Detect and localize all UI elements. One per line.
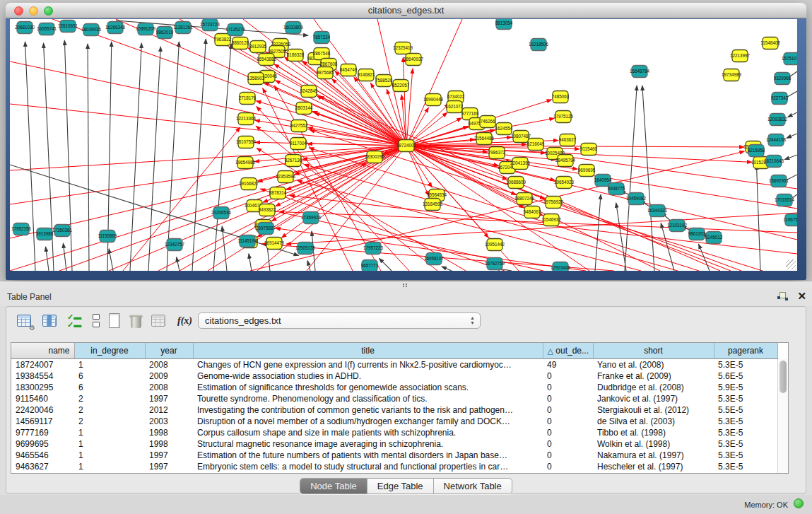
graph-edge[interactable] (130, 43, 141, 271)
graph-node[interactable]: 18107554 (236, 136, 257, 148)
graph-node[interactable]: 15751074 (782, 53, 797, 65)
graph-node[interactable]: 16990448 (423, 94, 444, 106)
graph-node[interactable]: 20206536 (211, 207, 232, 219)
show-columns-button[interactable]: ✓▬ ✓▬ (67, 313, 86, 330)
table-row[interactable]: 1872400712008Changes of HCN gene express… (11, 358, 777, 370)
tab-network-table[interactable]: Network Table (434, 479, 512, 493)
graph-node[interactable]: 2803144 (295, 103, 313, 115)
graph-node[interactable]: 8427552 (290, 120, 308, 132)
graph-node[interactable]: 6216049 (527, 139, 545, 151)
graph-edge[interactable] (756, 165, 760, 271)
graph-node[interactable]: 15723724 (200, 19, 220, 31)
split-pane-divider[interactable] (0, 281, 812, 288)
graph-node[interactable]: 17016514 (775, 194, 795, 206)
graph-node[interactable]: 11548408 (760, 37, 780, 49)
graph-node[interactable]: 10391209 (136, 23, 156, 35)
graph-node[interactable]: 20681030 (15, 22, 35, 34)
network-window-titlebar[interactable]: citations_edges.txt (6, 3, 806, 18)
graph-node[interactable]: 19654923 (554, 177, 575, 189)
table-row[interactable]: 2242004622012Investigating the contribut… (11, 404, 777, 416)
graph-node[interactable]: 16210643 (764, 156, 784, 168)
graph-node[interactable]: 18300295 (365, 151, 385, 163)
column-header-short[interactable]: short (593, 343, 714, 358)
graph-node[interactable]: 21564486 (474, 133, 495, 145)
graph-node[interactable]: 12103192 (667, 220, 688, 232)
table-select-dropdown[interactable]: citations_edges.txt ▲▼ (198, 313, 481, 329)
graph-node[interactable]: 10951442 (485, 239, 505, 251)
table-row[interactable]: 946554611997Estimation of the future num… (11, 450, 777, 461)
graph-node[interactable]: 16055741 (37, 23, 57, 35)
tab-node-table[interactable]: Node Table (300, 479, 367, 493)
graph-edge[interactable] (25, 42, 35, 271)
graph-node[interactable]: 8267130 (285, 155, 302, 167)
graph-node[interactable]: 8938775 (608, 183, 625, 195)
close-panel-icon[interactable]: ✕ (797, 290, 806, 303)
graph-node[interactable]: 16344321 (647, 205, 668, 217)
graph-node[interactable]: 7485063 (552, 91, 570, 103)
memory-status-dot[interactable] (794, 498, 804, 508)
graph-edge[interactable] (625, 86, 637, 271)
graph-node[interactable]: 19654985 (235, 157, 256, 169)
column-header-name[interactable]: name (11, 343, 74, 358)
graph-node[interactable]: 9242845 (300, 86, 318, 98)
graph-node[interactable]: 12610651 (58, 21, 78, 33)
graph-node[interactable]: 9484067 (524, 206, 541, 218)
select-columns-button[interactable] (42, 313, 60, 330)
graph-node[interactable]: 9493822 (259, 204, 276, 216)
graph-node[interactable]: 7857224 (313, 32, 331, 44)
table-row[interactable]: 969969511998Structural magnetic resonanc… (11, 438, 777, 450)
vertical-scrollbar[interactable] (777, 359, 788, 473)
graph-edge[interactable] (177, 257, 180, 271)
graph-node[interactable]: 17350361 (52, 225, 73, 237)
table-row[interactable]: 977716911998Corpus callosum shape and si… (11, 427, 777, 438)
new-column-button[interactable] (107, 313, 125, 330)
tab-edge-table[interactable]: Edge Table (367, 479, 434, 493)
graph-node[interactable]: 16266348 (105, 22, 126, 34)
column-header-year[interactable]: year (145, 343, 193, 358)
graph-node[interactable]: 9117004 (290, 138, 307, 150)
column-header-out-degree[interactable]: △ out_de... (543, 343, 593, 358)
graph-edge[interactable] (10, 146, 406, 271)
graph-node[interactable]: 11967534 (783, 214, 797, 226)
graph-edge[interactable] (256, 101, 406, 146)
graph-node[interactable]: 9329966 (774, 73, 792, 85)
graph-node[interactable]: 9657771 (361, 260, 379, 271)
graph-node[interactable]: 8186328 (287, 49, 305, 62)
graph-edge[interactable] (192, 39, 206, 271)
graph-node[interactable]: 17359924 (301, 212, 322, 224)
graph-node[interactable]: 12093832 (767, 114, 788, 126)
graph-node[interactable]: 19218506 (529, 39, 549, 51)
graph-node[interactable]: 17957223 (363, 243, 384, 255)
network-canvas[interactable]: 1872400779638228860128891293523226058982… (10, 19, 797, 271)
resize-grip[interactable] (786, 259, 796, 269)
graph-node[interactable]: 16543882 (257, 54, 277, 66)
graph-node[interactable]: 16782759 (485, 258, 505, 270)
graph-edge[interactable] (442, 267, 452, 271)
graph-node[interactable]: 19756928 (543, 197, 564, 209)
graph-node[interactable]: 9245012 (705, 232, 723, 244)
graph-node[interactable]: 18724007 (396, 140, 417, 152)
graph-node[interactable]: 12325419 (393, 42, 413, 54)
graph-node[interactable]: 10688609 (506, 177, 526, 189)
scrollbar-thumb[interactable] (779, 361, 787, 393)
graph-node[interactable]: 9699695 (578, 165, 596, 177)
graph-node[interactable]: 16975887 (256, 223, 276, 235)
graph-node[interactable]: 17975125 (553, 111, 574, 123)
graph-node[interactable]: 11546932 (541, 214, 561, 226)
graph-node[interactable]: 16033809 (283, 22, 304, 34)
graph-node[interactable]: 12444158 (766, 134, 787, 146)
column-header-in-degree[interactable]: in_degree (74, 343, 145, 358)
graph-node[interactable]: 9875685 (317, 67, 334, 79)
graph-node[interactable]: 17135278 (225, 24, 246, 36)
graph-node[interactable]: 11381261 (173, 22, 193, 34)
graph-node[interactable]: 13184593 (423, 199, 443, 211)
graph-node[interactable]: 7986372 (488, 147, 506, 159)
graph-node[interactable]: 8912935 (249, 41, 267, 53)
graph-node[interactable]: 17952156 (11, 223, 32, 235)
graph-edge[interactable] (148, 47, 160, 271)
graph-node[interactable]: 16648784 (630, 66, 650, 78)
graph-node[interactable]: 12923448 (551, 262, 571, 271)
delete-column-button[interactable] (128, 313, 146, 330)
graph-node[interactable]: 9115460 (580, 144, 598, 156)
graph-node[interactable]: 1358903 (247, 73, 265, 85)
